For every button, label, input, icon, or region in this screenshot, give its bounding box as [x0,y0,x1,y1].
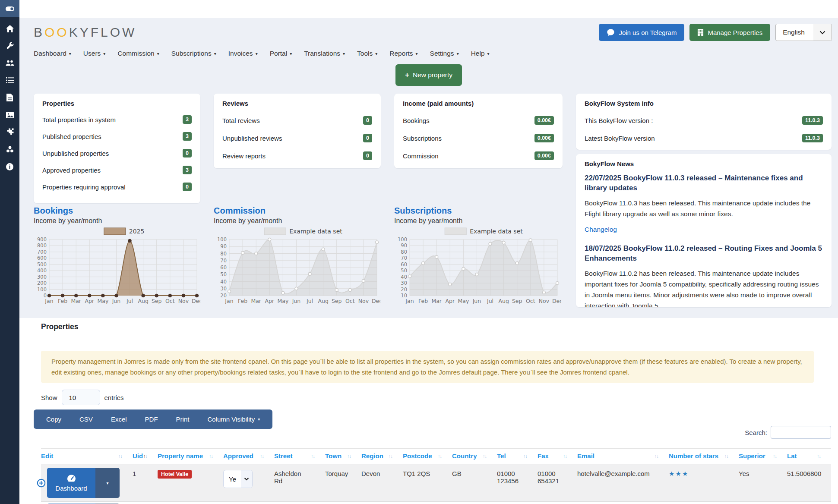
bookyflow-logo: BOOKYFLOW [34,25,136,40]
sidebar-item-articles[interactable] [0,89,19,106]
count-badge: 0 [363,116,372,125]
menu-item-dashboard[interactable]: Dashboard▾ [34,50,71,57]
cell-country: GB [452,464,497,502]
sort-icon: ↑↓ [389,454,392,459]
sort-icon: ↑↓ [523,454,527,459]
sidebar-item-menus[interactable] [0,72,19,89]
col-header-postcode[interactable]: Postcode↑↓ [403,449,452,464]
telegram-button[interactable]: Join us on Telegram [599,24,684,41]
commission-chart-title[interactable]: Commission [214,206,266,216]
col-header-tel[interactable]: Tel↑↓ [497,449,538,464]
search-input[interactable] [771,426,831,439]
chevron-down-icon: ▾ [256,51,258,56]
svg-text:Mar: Mar [431,298,442,304]
menu-item-help[interactable]: Help▾ [471,50,490,57]
property-name-badge[interactable]: Hotel Valle [158,470,192,479]
sidebar-item-modules[interactable] [0,141,19,158]
entries-label: entries [104,394,124,401]
svg-text:Example data set: Example data set [289,228,342,235]
approved-select[interactable]: Ye [223,470,253,488]
chart-subtitle: Income by year/month [214,217,381,225]
manage-properties-button[interactable]: Manage Properties [689,24,770,41]
amount-badge: 0.00€ [534,151,554,160]
modules-cluster-icon [6,145,14,153]
expand-row-button[interactable] [37,479,46,489]
chart-subtitle: Income by year/month [34,217,200,225]
cell-region: Devon [361,464,403,502]
col-header-street[interactable]: Street↑↓ [274,449,325,464]
menu-item-commission[interactable]: Commission▾ [117,50,159,57]
language-select[interactable]: English [775,24,832,41]
sidebar-item-tools[interactable] [0,37,19,54]
sidebar-item-media[interactable] [0,106,19,123]
excel-button[interactable]: Excel [102,410,136,429]
menu-item-invoices[interactable]: Invoices▾ [228,50,258,57]
svg-text:Jul: Jul [306,298,313,304]
col-header-edit[interactable]: Edit↑↓ [41,449,133,464]
dashboard-button[interactable]: Dashboard [47,468,95,498]
entries-select[interactable]: 10 [62,390,100,405]
sidebar-item-components[interactable] [0,123,19,141]
amount-badge: 0.00€ [534,134,554,142]
news-headline: 22/07/2025 BookyFlow 11.0.3 released – M… [585,173,823,193]
svg-text:90: 90 [220,243,227,249]
col-header-country[interactable]: Country↑↓ [452,449,497,464]
cell-tel: 01000 123456 [497,464,538,502]
svg-text:Jun: Jun [112,298,121,304]
menu-item-translations[interactable]: Translations▾ [304,50,345,57]
svg-text:200: 200 [37,280,47,286]
news-headline: 18/07/2025 BookyFlow 11.0.2 released – R… [585,244,823,264]
svg-text:60: 60 [401,261,407,268]
amount-badge: 0.00€ [534,116,554,125]
svg-text:Jun: Jun [472,298,481,304]
cell-town: Torquay [325,464,361,502]
col-header-region[interactable]: Region↑↓ [361,449,403,464]
sidebar-item-home[interactable] [0,20,19,37]
changelog-link[interactable]: Changelog [585,226,617,233]
dashboard-caret-button[interactable]: ▾ [95,468,120,498]
menu-item-settings[interactable]: Settings▾ [430,50,459,57]
col-header-uid[interactable]: Uid↑↓ [133,449,158,464]
bookings-chart: Bookings Income by year/month 2025010020… [34,206,200,309]
copy-button[interactable]: Copy [37,410,70,429]
chevron-down-icon: ▾ [258,417,260,422]
svg-text:Nov: Nov [358,298,369,304]
col-header-fax[interactable]: Fax↑↓ [538,449,577,464]
svg-text:70: 70 [401,255,407,261]
version-badge: 11.0.3 [802,116,823,125]
menu-item-users[interactable]: Users▾ [83,50,106,57]
print-button[interactable]: Print [167,410,199,429]
col-header-superior[interactable]: Superior↑↓ [739,449,787,464]
bookings-chart-title[interactable]: Bookings [34,206,73,216]
menu-item-subscriptions[interactable]: Subscriptions▾ [171,50,216,57]
properties-card: Properties Total properties in system3 P… [34,94,200,203]
menu-item-tools[interactable]: Tools▾ [357,50,377,57]
svg-text:Oct: Oct [526,298,535,304]
svg-text:600: 600 [37,255,47,261]
sidebar-toggle-button[interactable] [0,0,19,17]
csv-button[interactable]: CSV [70,410,102,429]
svg-text:Nov: Nov [539,298,550,304]
svg-text:800: 800 [37,243,47,249]
subscriptions-chart-title[interactable]: Subscriptions [394,206,452,216]
col-header-property-name[interactable]: Property name↑↓ [158,449,223,464]
sort-icon: ↑↓ [724,454,728,459]
col-header-number-of-stars[interactable]: Number of stars↑↓ [669,449,739,464]
col-header-approved[interactable]: Approved↑↓ [223,449,274,464]
col-header-town[interactable]: Town↑↓ [325,449,361,464]
pdf-button[interactable]: PDF [136,410,167,429]
svg-text:Sep: Sep [152,298,162,304]
col-header-email[interactable]: Email↑↓ [577,449,669,464]
col-header-lat[interactable]: Lat↑↓ [787,449,831,464]
new-property-button[interactable]: +New property [395,64,462,86]
menu-item-portal[interactable]: Portal▾ [270,50,292,57]
menu-item-reports[interactable]: Reports▾ [389,50,417,57]
svg-text:300: 300 [37,274,47,280]
plus-icon: + [405,71,409,79]
reviews-card-title: Reviews [222,100,372,107]
sidebar-item-info[interactable] [0,158,19,175]
column-visibility-button[interactable]: Column Visibility▾ [198,410,269,429]
chevron-down-icon: ▾ [106,481,108,485]
cell-fax: 01000 654321 [538,464,577,502]
sidebar-item-users[interactable] [0,54,19,72]
